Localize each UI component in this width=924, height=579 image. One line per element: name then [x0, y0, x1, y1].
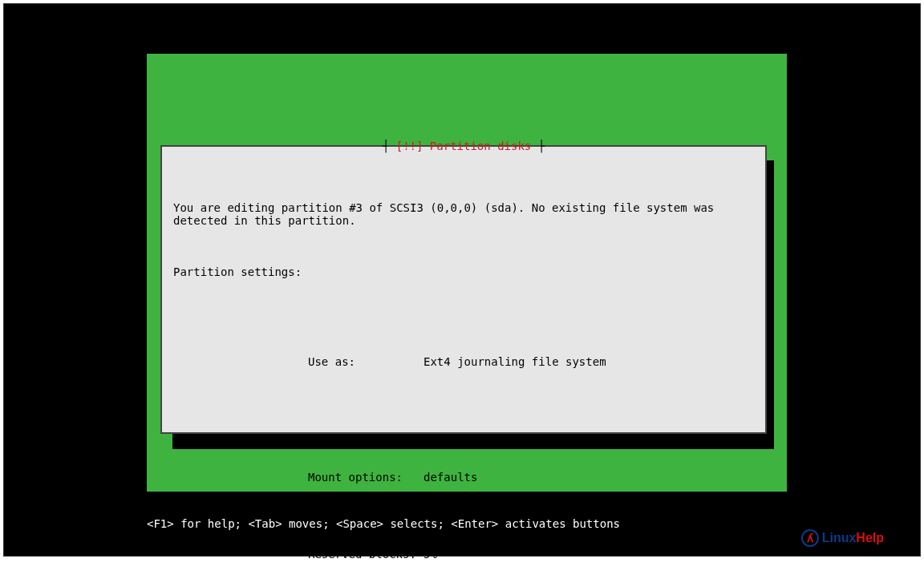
- console-frame: ┤ [!!] Partition disks ├ You are editing…: [3, 3, 921, 557]
- setting-value: Ext4 journaling file system: [424, 355, 606, 368]
- title-right-decor: ├: [531, 140, 545, 152]
- watermark-icon: ʎ: [801, 529, 819, 547]
- setting-label: Reserved blocks:: [308, 548, 424, 561]
- watermark-glyph: ʎ: [807, 532, 813, 545]
- watermark-text: LinuxHelp: [822, 531, 884, 545]
- setting-value: 5%: [424, 548, 437, 561]
- setting-label: Mount options:: [308, 471, 424, 484]
- setting-mount-point[interactable]: Mount point: /: [308, 432, 754, 445]
- settings-heading: Partition settings:: [173, 265, 754, 278]
- settings-block: Use as: Ext4 journaling file system Moun…: [308, 330, 754, 579]
- title-marker: [!!]: [396, 140, 424, 152]
- partition-dialog: ┤ [!!] Partition disks ├ You are editing…: [160, 145, 767, 434]
- title-left-decor: ┤: [383, 140, 396, 152]
- setting-value: /: [424, 432, 430, 445]
- watermark-main: Linux: [822, 531, 857, 545]
- watermark-hl: Help: [856, 531, 884, 545]
- title-text: Partition disks: [423, 140, 531, 152]
- dialog-title: ┤ [!!] Partition disks ├: [162, 140, 765, 152]
- help-bar: <F1> for help; <Tab> moves; <Space> sele…: [147, 517, 620, 530]
- setting-use-as[interactable]: Use as: Ext4 journaling file system: [308, 355, 754, 368]
- dialog-body: You are editing partition #3 of SCSI3 (0…: [162, 147, 765, 579]
- setting-reserved-blocks[interactable]: Reserved blocks: 5%: [308, 548, 754, 561]
- setting-label: Use as:: [308, 355, 424, 368]
- watermark: ʎ LinuxHelp: [801, 529, 884, 547]
- setting-label: Mount point:: [308, 432, 424, 445]
- intro-text: You are editing partition #3 of SCSI3 (0…: [173, 201, 754, 227]
- setting-value: defaults: [424, 471, 477, 484]
- setting-mount-options[interactable]: Mount options: defaults: [308, 471, 754, 484]
